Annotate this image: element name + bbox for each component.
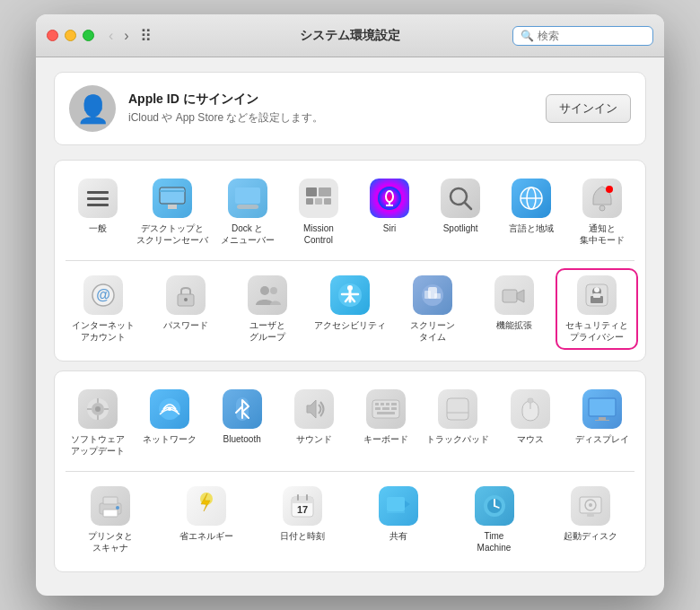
svg-text:17: 17 [296, 504, 307, 515]
svg-rect-68 [589, 398, 616, 416]
general-label: 一般 [89, 222, 107, 234]
pref-item-timemachine[interactable]: Time Machine [446, 479, 542, 561]
signin-button[interactable]: サインイン [546, 94, 631, 123]
grid-view-button[interactable]: ⠿ [140, 26, 152, 46]
pref-item-printer[interactable]: プリンタと スキャナ [62, 479, 158, 561]
pref-item-mouse[interactable]: マウス [494, 382, 566, 464]
desktop-label: デスクトップと スクリーンセーバ [136, 222, 208, 246]
extensions-label: 機能拡張 [496, 319, 532, 331]
apple-id-text: Apple ID にサインイン iCloud や App Store などを設定… [128, 92, 533, 126]
pref-item-bluetooth[interactable]: Bluetooth [206, 382, 278, 464]
back-button[interactable]: ‹ [105, 26, 117, 46]
bluetooth-icon [223, 389, 262, 429]
svg-rect-60 [382, 407, 389, 410]
pref-item-security[interactable]: セキュリティと プライバシー [556, 268, 638, 350]
pref-item-dock[interactable]: Dock と メニューバー [212, 171, 283, 253]
mouse-label: マウス [517, 433, 544, 445]
pref-item-screentime[interactable]: スクリーン タイム [391, 268, 474, 350]
bluetooth-label: Bluetooth [223, 433, 260, 445]
network-icon [150, 389, 189, 429]
mission-label: Mission Control [303, 222, 334, 246]
pref-item-siri[interactable]: Siri [354, 171, 424, 253]
close-button[interactable] [47, 30, 58, 41]
svg-rect-73 [103, 510, 118, 517]
keyboard-icon [366, 389, 406, 429]
svg-rect-78 [292, 501, 313, 503]
svg-point-50 [95, 406, 101, 412]
pref-item-spotlight[interactable]: Spotlight [425, 171, 496, 253]
pref-item-keyboard[interactable]: キーボード [350, 382, 422, 464]
pref-item-network[interactable]: ネットワーク [134, 382, 206, 464]
pref-item-users[interactable]: ユーザと グループ [226, 268, 309, 350]
startup-icon [571, 486, 610, 526]
energy-icon [187, 486, 226, 526]
mouse-icon [511, 389, 550, 429]
svg-rect-42 [503, 290, 517, 302]
password-label: パスワード [163, 319, 208, 331]
pref-item-date[interactable]: 17日付と時刻 [254, 479, 350, 561]
pref-item-internet[interactable]: @インターネット アカウント [62, 268, 144, 350]
prefs-section-2: ソフトウェア アップデートネットワークBluetoothサウンドキーボードトラッ… [54, 370, 646, 572]
users-icon [248, 275, 287, 315]
pref-item-desktop[interactable]: デスクトップと スクリーンセーバ [133, 171, 212, 253]
sound-icon [294, 389, 334, 429]
pref-item-sharing[interactable]: 共有 [350, 479, 446, 561]
svg-point-14 [378, 187, 401, 210]
pref-item-trackpad[interactable]: トラックパッド [422, 382, 494, 464]
security-icon [577, 275, 617, 315]
titlebar: ‹ › ⠿ システム環境設定 🔍 [36, 14, 664, 57]
keyboard-label: キーボード [363, 433, 408, 445]
pref-item-general[interactable]: 一般 [62, 171, 133, 253]
pref-item-display[interactable]: ディスプレイ [566, 382, 638, 464]
energy-label: 省エネルギー [179, 530, 233, 542]
svg-rect-3 [160, 187, 185, 204]
notification-label: 通知と 集中モード [580, 222, 625, 246]
prefs-grid-row1: 一般デスクトップと スクリーンセーバDock と メニューバーMission C… [62, 171, 638, 253]
pref-item-sound[interactable]: サウンド [278, 382, 350, 464]
svg-rect-58 [391, 403, 397, 405]
svg-point-29 [184, 298, 188, 301]
svg-rect-82 [387, 497, 405, 511]
accessibility-label: アクセシビリティ [314, 319, 386, 331]
dock-label: Dock と メニューバー [221, 222, 275, 246]
sound-label: サウンド [296, 433, 332, 445]
pref-item-password[interactable]: パスワード [144, 268, 227, 350]
minimize-button[interactable] [65, 30, 76, 41]
pref-item-accessibility[interactable]: アクセシビリティ [309, 268, 391, 350]
window-title: システム環境設定 [300, 28, 400, 44]
svg-rect-55 [375, 403, 379, 405]
avatar: 👤 [69, 85, 116, 132]
svg-rect-57 [386, 403, 389, 405]
display-label: ディスプレイ [575, 433, 629, 445]
svg-rect-63 [447, 398, 468, 420]
timemachine-label: Time Machine [477, 530, 512, 553]
svg-rect-59 [375, 407, 381, 410]
pref-item-language[interactable]: 言語と地域 [496, 171, 567, 253]
search-icon: 🔍 [521, 30, 534, 42]
nav-buttons: ‹ › [105, 26, 133, 46]
pref-item-mission[interactable]: Mission Control [283, 171, 354, 253]
pref-item-energy[interactable]: 省エネルギー [158, 479, 254, 561]
language-label: 言語と地域 [509, 222, 554, 234]
apple-id-subtitle: iCloud や App Store などを設定します。 [128, 110, 533, 126]
search-box[interactable]: 🔍 [512, 26, 653, 46]
forward-button[interactable]: › [120, 26, 132, 46]
siri-label: Siri [383, 222, 396, 234]
pref-item-startup[interactable]: 起動ディスク [542, 479, 638, 561]
search-input[interactable] [538, 30, 645, 42]
accessibility-icon [330, 275, 370, 315]
sharing-label: 共有 [389, 530, 407, 542]
trackpad-icon [438, 389, 477, 429]
apple-id-title: Apple ID にサインイン [128, 92, 533, 108]
svg-rect-40 [424, 291, 431, 299]
pref-item-extensions[interactable]: 機能拡張 [474, 268, 556, 350]
printer-label: プリンタと スキャナ [88, 530, 133, 553]
svg-point-52 [168, 407, 171, 411]
svg-rect-5 [160, 190, 185, 192]
svg-point-74 [116, 506, 119, 510]
fullscreen-button[interactable] [83, 30, 94, 41]
svg-point-25 [606, 186, 613, 193]
pref-item-notification[interactable]: 通知と 集中モード [567, 171, 638, 253]
svg-rect-11 [306, 198, 313, 205]
pref-item-software[interactable]: ソフトウェア アップデート [62, 382, 134, 464]
